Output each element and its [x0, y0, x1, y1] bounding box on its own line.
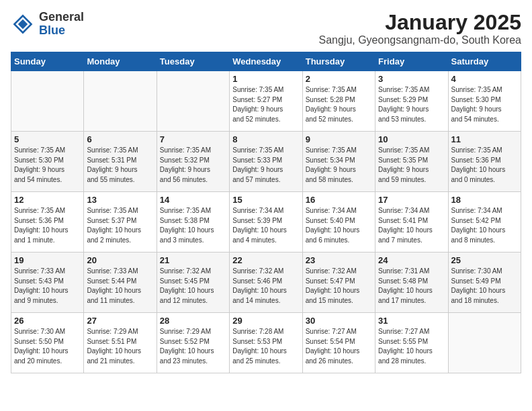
- weekday-header-thursday: Thursday: [302, 52, 375, 71]
- day-number: 31: [378, 316, 445, 326]
- logo-icon: [11, 12, 35, 36]
- day-info: Sunrise: 7:35 AM Sunset: 5:38 PM Dayligh…: [160, 206, 226, 245]
- calendar-cell: 7Sunrise: 7:35 AM Sunset: 5:32 PM Daylig…: [157, 132, 229, 192]
- day-number: 20: [87, 255, 153, 265]
- day-number: 24: [378, 255, 445, 265]
- page-header: General Blue January 2025 Sangju, Gyeong…: [11, 11, 521, 46]
- calendar-cell: 26Sunrise: 7:30 AM Sunset: 5:50 PM Dayli…: [11, 313, 84, 373]
- location-subtitle: Sangju, Gyeongsangnam-do, South Korea: [318, 34, 521, 46]
- day-number: 26: [14, 316, 81, 326]
- day-number: 7: [160, 134, 226, 144]
- calendar-cell: 16Sunrise: 7:34 AM Sunset: 5:40 PM Dayli…: [302, 192, 375, 253]
- day-info: Sunrise: 7:29 AM Sunset: 5:51 PM Dayligh…: [87, 327, 153, 366]
- day-info: Sunrise: 7:32 AM Sunset: 5:46 PM Dayligh…: [232, 267, 299, 306]
- month-title: January 2025: [318, 11, 521, 34]
- calendar-cell: 27Sunrise: 7:29 AM Sunset: 5:51 PM Dayli…: [84, 313, 157, 373]
- day-number: 6: [87, 134, 153, 144]
- day-number: 10: [378, 134, 445, 144]
- day-info: Sunrise: 7:35 AM Sunset: 5:34 PM Dayligh…: [306, 146, 372, 185]
- day-number: 15: [232, 195, 299, 205]
- weekday-header-wednesday: Wednesday: [230, 52, 302, 71]
- day-info: Sunrise: 7:35 AM Sunset: 5:29 PM Dayligh…: [378, 85, 445, 124]
- day-number: 12: [14, 195, 81, 205]
- day-info: Sunrise: 7:31 AM Sunset: 5:48 PM Dayligh…: [378, 267, 445, 306]
- day-number: 17: [378, 195, 445, 205]
- day-number: 22: [232, 255, 299, 265]
- day-info: Sunrise: 7:30 AM Sunset: 5:50 PM Dayligh…: [14, 327, 81, 366]
- day-number: 30: [306, 316, 372, 326]
- day-info: Sunrise: 7:34 AM Sunset: 5:39 PM Dayligh…: [232, 206, 299, 245]
- day-info: Sunrise: 7:27 AM Sunset: 5:55 PM Dayligh…: [378, 327, 445, 366]
- logo: General Blue: [11, 11, 84, 38]
- calendar-cell: [448, 313, 521, 373]
- calendar-cell: [157, 71, 229, 132]
- calendar-cell: 19Sunrise: 7:33 AM Sunset: 5:43 PM Dayli…: [11, 253, 84, 313]
- day-number: 5: [14, 134, 81, 144]
- day-number: 2: [306, 74, 372, 84]
- calendar-cell: 30Sunrise: 7:27 AM Sunset: 5:54 PM Dayli…: [302, 313, 375, 373]
- calendar-week-5: 26Sunrise: 7:30 AM Sunset: 5:50 PM Dayli…: [11, 313, 521, 373]
- day-number: 13: [87, 195, 153, 205]
- day-info: Sunrise: 7:29 AM Sunset: 5:52 PM Dayligh…: [160, 327, 226, 366]
- day-number: 29: [232, 316, 299, 326]
- calendar-week-4: 19Sunrise: 7:33 AM Sunset: 5:43 PM Dayli…: [11, 253, 521, 313]
- title-block: January 2025 Sangju, Gyeongsangnam-do, S…: [318, 11, 521, 46]
- calendar-cell: 11Sunrise: 7:35 AM Sunset: 5:36 PM Dayli…: [448, 132, 521, 192]
- day-info: Sunrise: 7:30 AM Sunset: 5:49 PM Dayligh…: [451, 267, 518, 306]
- day-info: Sunrise: 7:35 AM Sunset: 5:30 PM Dayligh…: [451, 85, 518, 124]
- calendar-cell: 14Sunrise: 7:35 AM Sunset: 5:38 PM Dayli…: [157, 192, 229, 253]
- calendar-cell: [84, 71, 157, 132]
- day-info: Sunrise: 7:35 AM Sunset: 5:37 PM Dayligh…: [87, 206, 153, 245]
- calendar-cell: 6Sunrise: 7:35 AM Sunset: 5:31 PM Daylig…: [84, 132, 157, 192]
- day-info: Sunrise: 7:34 AM Sunset: 5:40 PM Dayligh…: [306, 206, 372, 245]
- day-info: Sunrise: 7:33 AM Sunset: 5:43 PM Dayligh…: [14, 267, 81, 306]
- weekday-header-monday: Monday: [84, 52, 157, 71]
- day-number: 14: [160, 195, 226, 205]
- calendar-cell: 17Sunrise: 7:34 AM Sunset: 5:41 PM Dayli…: [375, 192, 448, 253]
- calendar-cell: 28Sunrise: 7:29 AM Sunset: 5:52 PM Dayli…: [157, 313, 229, 373]
- calendar-cell: [11, 71, 84, 132]
- calendar-cell: 12Sunrise: 7:35 AM Sunset: 5:36 PM Dayli…: [11, 192, 84, 253]
- day-info: Sunrise: 7:33 AM Sunset: 5:44 PM Dayligh…: [87, 267, 153, 306]
- logo-general: General: [39, 10, 84, 24]
- calendar-cell: 15Sunrise: 7:34 AM Sunset: 5:39 PM Dayli…: [230, 192, 302, 253]
- calendar-cell: 23Sunrise: 7:32 AM Sunset: 5:47 PM Dayli…: [302, 253, 375, 313]
- weekday-header-friday: Friday: [375, 52, 448, 71]
- day-number: 8: [232, 134, 299, 144]
- calendar-cell: 20Sunrise: 7:33 AM Sunset: 5:44 PM Dayli…: [84, 253, 157, 313]
- weekday-header-row: SundayMondayTuesdayWednesdayThursdayFrid…: [11, 52, 521, 71]
- day-info: Sunrise: 7:35 AM Sunset: 5:30 PM Dayligh…: [14, 146, 81, 185]
- calendar-week-1: 1Sunrise: 7:35 AM Sunset: 5:27 PM Daylig…: [11, 71, 521, 132]
- day-number: 21: [160, 255, 226, 265]
- calendar-cell: 9Sunrise: 7:35 AM Sunset: 5:34 PM Daylig…: [302, 132, 375, 192]
- calendar-cell: 24Sunrise: 7:31 AM Sunset: 5:48 PM Dayli…: [375, 253, 448, 313]
- calendar-cell: 3Sunrise: 7:35 AM Sunset: 5:29 PM Daylig…: [375, 71, 448, 132]
- day-number: 4: [451, 74, 518, 84]
- calendar-week-3: 12Sunrise: 7:35 AM Sunset: 5:36 PM Dayli…: [11, 192, 521, 253]
- weekday-header-tuesday: Tuesday: [157, 52, 229, 71]
- calendar-table: SundayMondayTuesdayWednesdayThursdayFrid…: [11, 52, 521, 373]
- calendar-cell: 29Sunrise: 7:28 AM Sunset: 5:53 PM Dayli…: [230, 313, 302, 373]
- weekday-header-sunday: Sunday: [11, 52, 84, 71]
- calendar-cell: 10Sunrise: 7:35 AM Sunset: 5:35 PM Dayli…: [375, 132, 448, 192]
- day-info: Sunrise: 7:32 AM Sunset: 5:45 PM Dayligh…: [160, 267, 226, 306]
- day-info: Sunrise: 7:35 AM Sunset: 5:28 PM Dayligh…: [306, 85, 372, 124]
- day-info: Sunrise: 7:35 AM Sunset: 5:33 PM Dayligh…: [232, 146, 299, 185]
- day-info: Sunrise: 7:35 AM Sunset: 5:32 PM Dayligh…: [160, 146, 226, 185]
- day-number: 11: [451, 134, 518, 144]
- day-number: 23: [306, 255, 372, 265]
- calendar-cell: 21Sunrise: 7:32 AM Sunset: 5:45 PM Dayli…: [157, 253, 229, 313]
- day-info: Sunrise: 7:35 AM Sunset: 5:31 PM Dayligh…: [87, 146, 153, 185]
- day-number: 28: [160, 316, 226, 326]
- day-number: 19: [14, 255, 81, 265]
- day-info: Sunrise: 7:32 AM Sunset: 5:47 PM Dayligh…: [306, 267, 372, 306]
- calendar-cell: 25Sunrise: 7:30 AM Sunset: 5:49 PM Dayli…: [448, 253, 521, 313]
- logo-blue: Blue: [39, 24, 65, 37]
- day-number: 25: [451, 255, 518, 265]
- day-info: Sunrise: 7:35 AM Sunset: 5:35 PM Dayligh…: [378, 146, 445, 185]
- weekday-header-saturday: Saturday: [448, 52, 521, 71]
- logo-text: General Blue: [39, 11, 84, 38]
- day-number: 9: [306, 134, 372, 144]
- day-info: Sunrise: 7:27 AM Sunset: 5:54 PM Dayligh…: [306, 327, 372, 366]
- calendar-cell: 18Sunrise: 7:34 AM Sunset: 5:42 PM Dayli…: [448, 192, 521, 253]
